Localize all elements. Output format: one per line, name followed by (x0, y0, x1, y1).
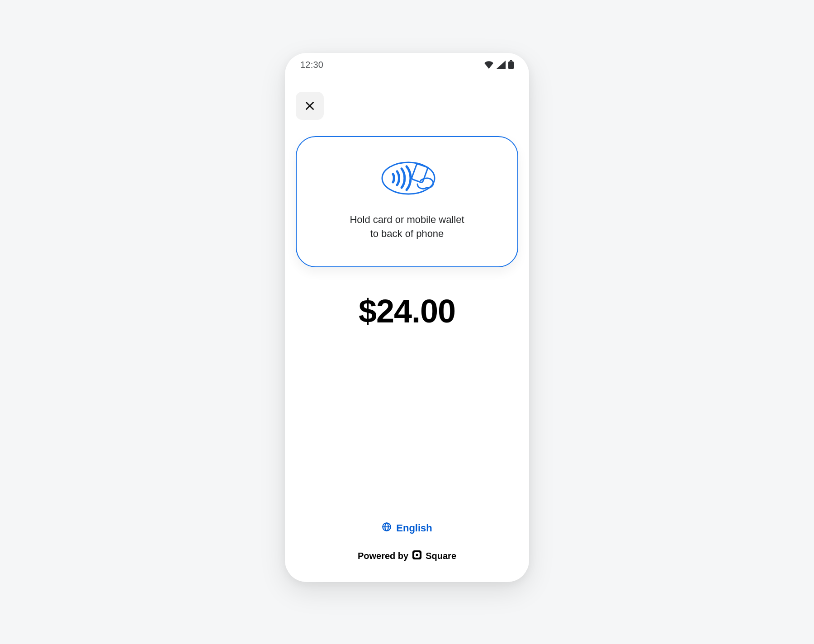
amount-wrap: $24.00 (285, 293, 529, 330)
contactless-instruction-line1: Hold card or mobile wallet (297, 213, 517, 227)
close-button[interactable] (296, 92, 324, 120)
svg-rect-0 (510, 60, 512, 62)
phone-frame: 12:30 (285, 53, 529, 582)
svg-rect-5 (412, 164, 428, 183)
contactless-instruction-line2: to back of phone (297, 227, 517, 241)
contactless-illustration (297, 157, 517, 199)
status-bar: 12:30 (285, 53, 529, 76)
language-selector[interactable]: English (382, 522, 432, 535)
cellular-icon (497, 61, 506, 69)
language-label: English (396, 522, 432, 534)
contactless-prompt-card: Hold card or mobile wallet to back of ph… (296, 136, 518, 267)
wifi-icon (484, 61, 494, 69)
close-icon (304, 100, 316, 112)
status-icons (484, 60, 514, 69)
svg-rect-11 (416, 554, 418, 556)
stage: 12:30 (0, 0, 814, 644)
powered-by-brand: Square (426, 551, 456, 561)
battery-icon (508, 60, 514, 69)
powered-by: Powered by Square (358, 550, 456, 562)
svg-rect-1 (508, 62, 514, 70)
square-logo-icon (412, 550, 422, 562)
payment-amount: $24.00 (285, 293, 529, 330)
contactless-instruction: Hold card or mobile wallet to back of ph… (297, 213, 517, 241)
top-bar (285, 76, 529, 120)
globe-icon (382, 522, 392, 535)
powered-by-prefix: Powered by (358, 551, 408, 561)
footer: English Powered by Square (285, 522, 529, 562)
status-time: 12:30 (300, 60, 323, 70)
